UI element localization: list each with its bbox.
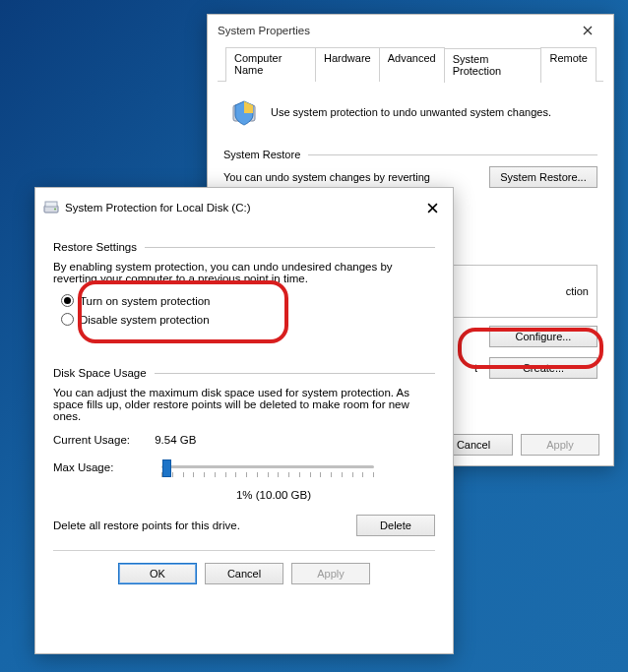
max-usage-label: Max Usage: xyxy=(53,461,152,473)
radio-turn-on[interactable]: Turn on system protection xyxy=(61,294,435,307)
system-restore-button[interactable]: System Restore... xyxy=(489,166,597,188)
tab-system-protection[interactable]: System Protection xyxy=(444,48,542,83)
drive-list-fragment: ction xyxy=(566,285,589,297)
restore-settings-desc: By enabling system protection, you can u… xyxy=(53,261,435,284)
dialog-footer: OK Cancel Apply xyxy=(53,550,435,584)
apply-button[interactable]: Apply xyxy=(521,434,599,456)
disk-space-label: Disk Space Usage xyxy=(53,367,147,379)
dialog-body: Restore Settings By enabling system prot… xyxy=(35,227,453,594)
radio-off-label: Disable system protection xyxy=(80,314,210,326)
tab-remote[interactable]: Remote xyxy=(540,47,597,82)
create-button[interactable]: Create... xyxy=(489,357,597,379)
tab-hardware[interactable]: Hardware xyxy=(315,47,380,82)
slider-value-text: 1% (10.00 GB) xyxy=(112,489,435,501)
max-usage-slider[interactable] xyxy=(161,456,374,479)
titlebar[interactable]: System Properties xyxy=(208,15,613,46)
radio-off-icon xyxy=(61,313,74,326)
svg-point-2 xyxy=(54,209,56,211)
restore-text: You can undo system changes by reverting xyxy=(223,171,477,183)
radio-on-label: Turn on system protection xyxy=(80,295,211,307)
delete-text: Delete all restore points for this drive… xyxy=(53,519,343,531)
tabs-row: Computer Name Hardware Advanced System P… xyxy=(218,46,603,82)
restore-settings-label: Restore Settings xyxy=(53,241,137,253)
cancel-button[interactable]: Cancel xyxy=(205,563,283,584)
apply-button[interactable]: Apply xyxy=(291,563,370,584)
tab-advanced[interactable]: Advanced xyxy=(379,47,445,82)
close-icon[interactable] xyxy=(417,194,447,221)
titlebar[interactable]: System Protection for Local Disk (C:) xyxy=(35,188,453,227)
current-usage-label: Current Usage: xyxy=(53,434,152,446)
svg-rect-3 xyxy=(45,202,57,207)
window-title: System Properties xyxy=(218,25,310,36)
drive-icon xyxy=(43,200,59,215)
radio-on-icon xyxy=(61,294,74,307)
disk-space-desc: You can adjust the maximum disk space us… xyxy=(53,387,435,422)
system-restore-group-label: System Restore xyxy=(223,149,300,160)
ok-button[interactable]: OK xyxy=(118,563,197,584)
current-usage-value: 9.54 GB xyxy=(155,434,196,446)
configure-button[interactable]: Configure... xyxy=(489,326,597,347)
radio-disable[interactable]: Disable system protection xyxy=(61,313,435,326)
close-icon[interactable] xyxy=(568,17,607,44)
tab-computer-name[interactable]: Computer Name xyxy=(225,47,316,82)
delete-button[interactable]: Delete xyxy=(356,515,435,536)
shield-icon xyxy=(227,95,261,129)
system-protection-dialog: System Protection for Local Disk (C:) Re… xyxy=(34,187,454,654)
dialog-title: System Protection for Local Disk (C:) xyxy=(65,202,417,214)
protection-desc: Use system protection to undo unwanted s… xyxy=(271,106,551,118)
